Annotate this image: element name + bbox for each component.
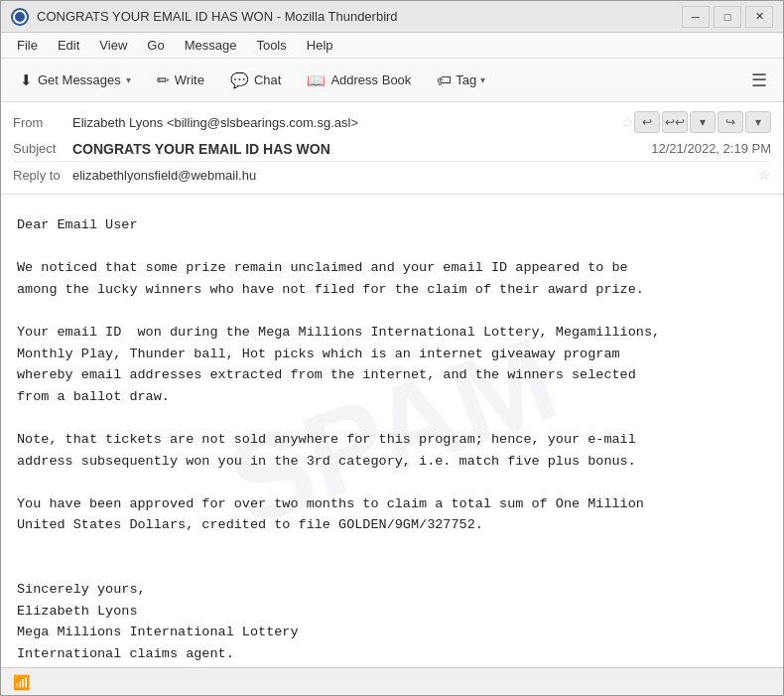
forward-button[interactable]: ↪ — [718, 111, 743, 133]
forward-dropdown-button[interactable]: ▾ — [745, 111, 771, 133]
reply-to-value: elizabethlyonsfield@webmail.hu — [72, 168, 752, 183]
from-label: From — [13, 115, 72, 130]
chat-label: Chat — [254, 72, 281, 87]
reply-to-row: Reply to elizabethlyonsfield@webmail.hu … — [13, 162, 771, 188]
subject-label: Subject — [13, 141, 72, 156]
minimize-button[interactable]: ─ — [682, 6, 710, 28]
main-window: CONGRATS YOUR EMAIL ID HAS WON - Mozilla… — [0, 0, 784, 696]
app-icon — [11, 8, 29, 26]
menu-tools[interactable]: Tools — [248, 36, 294, 55]
address-book-label: Address Book — [330, 72, 411, 87]
write-button[interactable]: ✏ Write — [146, 65, 215, 96]
email-date: 12/21/2022, 2:19 PM — [651, 141, 771, 156]
tag-icon: 🏷 — [437, 71, 452, 88]
menu-file[interactable]: File — [9, 36, 46, 55]
email-header: From Elizabeth Lyons <billing@slsbearing… — [1, 102, 783, 195]
window-title: CONGRATS YOUR EMAIL ID HAS WON - Mozilla… — [37, 9, 682, 24]
reply-button[interactable]: ↩ — [634, 111, 660, 133]
menubar: File Edit View Go Message Tools Help — [1, 33, 783, 59]
maximize-button[interactable]: □ — [714, 6, 741, 28]
titlebar: CONGRATS YOUR EMAIL ID HAS WON - Mozilla… — [1, 1, 783, 33]
address-book-icon: 📖 — [307, 71, 326, 89]
subject-row: Subject CONGRATS YOUR EMAIL ID HAS WON 1… — [13, 136, 771, 162]
tag-dropdown-arrow[interactable]: ▾ — [480, 74, 485, 85]
reply-to-label: Reply to — [13, 168, 72, 183]
email-nav-buttons: ↩ ↩↩ ▾ ↪ ▾ — [634, 111, 771, 133]
menu-edit[interactable]: Edit — [50, 36, 87, 55]
window-controls: ─ □ ✕ — [682, 6, 773, 28]
get-messages-button[interactable]: ⬇ Get Messages ▾ — [9, 65, 142, 96]
connection-status-icon: 📶 — [11, 672, 31, 692]
menu-help[interactable]: Help — [299, 36, 341, 55]
from-value: Elizabeth Lyons <billing@slsbearings.com… — [72, 115, 615, 130]
get-messages-dropdown-arrow[interactable]: ▾ — [126, 74, 131, 85]
get-messages-label: Get Messages — [38, 72, 121, 87]
subject-value: CONGRATS YOUR EMAIL ID HAS WON — [72, 141, 651, 157]
menu-go[interactable]: Go — [139, 36, 172, 55]
menu-view[interactable]: View — [91, 36, 135, 55]
chat-icon: 💬 — [230, 71, 249, 89]
toolbar: ⬇ Get Messages ▾ ✏ Write 💬 Chat 📖 Addres… — [1, 59, 783, 102]
reply-to-star-icon[interactable]: ☆ — [758, 167, 771, 183]
nav-dropdown-button[interactable]: ▾ — [690, 111, 716, 133]
get-messages-icon: ⬇ — [20, 71, 33, 89]
chat-button[interactable]: 💬 Chat — [219, 65, 292, 96]
reply-all-button[interactable]: ↩↩ — [662, 111, 688, 133]
tag-button[interactable]: 🏷 Tag ▾ — [426, 67, 496, 93]
hamburger-menu-button[interactable]: ☰ — [743, 66, 775, 95]
write-label: Write — [175, 72, 204, 87]
close-button[interactable]: ✕ — [745, 6, 773, 28]
email-body[interactable]: SPAM Dear Email User We noticed that som… — [1, 195, 783, 667]
email-content: Dear Email User We noticed that some pri… — [17, 214, 767, 664]
address-book-button[interactable]: 📖 Address Book — [296, 65, 422, 96]
menu-message[interactable]: Message — [177, 36, 245, 55]
statusbar: 📶 — [1, 667, 783, 695]
write-icon: ✏ — [157, 71, 170, 89]
from-star-icon[interactable]: ☆ — [621, 114, 634, 130]
tag-label: Tag — [456, 72, 476, 87]
from-row: From Elizabeth Lyons <billing@slsbearing… — [13, 108, 771, 136]
